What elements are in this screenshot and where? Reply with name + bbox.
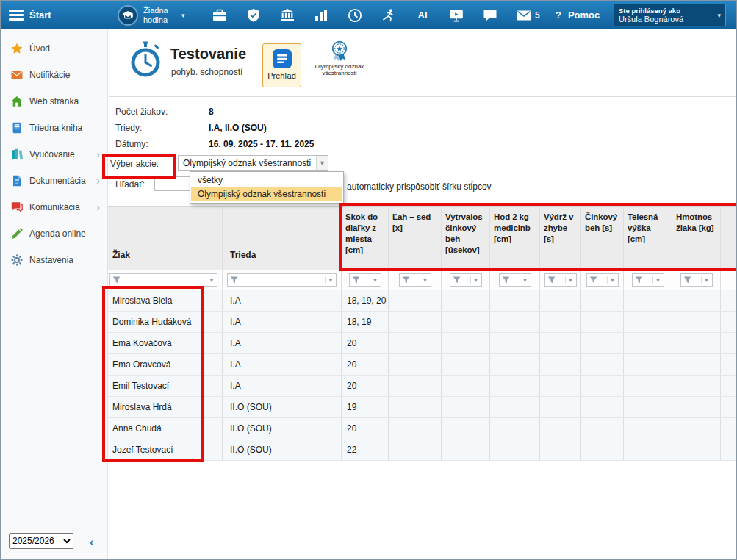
filter-dropdown-vydrz-v-zhybe-s-[interactable]: ▼ — [544, 273, 577, 287]
filter-dropdown-telesna-vyska-cm-[interactable]: ▼ — [632, 273, 664, 287]
sidebar-item-dokumentacia[interactable]: Dokumentácia› — [1, 168, 107, 194]
briefcase-icon[interactable] — [212, 8, 227, 23]
chevron-right-icon: › — [96, 148, 100, 160]
chevron-down-icon: ▼ — [470, 276, 479, 284]
filter-dropdown-clnkovy-beh-s-[interactable]: ▼ — [586, 273, 619, 287]
monitor-icon[interactable] — [449, 8, 464, 23]
shield-icon[interactable] — [246, 8, 261, 23]
classes-label: Triedy: — [115, 123, 142, 133]
bar-chart-icon[interactable] — [314, 8, 328, 23]
tab-olympic-badge[interactable]: Olympijský odznak všestrannosti — [312, 40, 367, 89]
sidebar-item-nastavenia[interactable]: Nastavenia — [1, 247, 107, 273]
cell-class: I.A — [223, 333, 342, 354]
filter-funnel-icon — [402, 276, 410, 284]
cell-class: II.O (SOU) — [223, 418, 342, 439]
column-header-trieda[interactable]: Trieda — [223, 207, 342, 270]
cell-value — [581, 312, 624, 333]
logged-in-label: Ste prihlásený ako — [619, 7, 714, 15]
bank-icon[interactable] — [280, 8, 295, 23]
sidebar-item-label: Agenda online — [29, 229, 86, 239]
action-menu-item[interactable]: Olympijský odznak všestrannosti — [191, 187, 342, 201]
user-menu[interactable]: Ste prihlásený ako Uršula Bognárová ▾ — [614, 4, 726, 26]
filter-dropdown-skok-do-dialky-z-miesta-cm-[interactable]: ▼ — [349, 273, 381, 287]
autofit-columns-label[interactable]: automaticky prispôsobiť šírku stĺpcov — [347, 182, 492, 192]
filter-funnel-icon — [502, 276, 510, 284]
clock-icon[interactable] — [348, 8, 362, 23]
mail-badge: 5 — [535, 10, 540, 21]
table-row[interactable]: Ema OravcováI.A20 — [105, 354, 737, 376]
column-header-ziak[interactable]: Žiak — [105, 207, 223, 270]
filter-dropdown-hod-2-kg-medicinb-cm-[interactable]: ▼ — [499, 273, 531, 287]
filter-dropdown-lah-sed-x-[interactable]: ▼ — [399, 273, 431, 287]
column-header-lah-sed-x-[interactable]: Ľah – sed [x] — [389, 207, 442, 270]
stopwatch-icon — [128, 41, 163, 79]
sidebar-item-agenda-online[interactable]: Agenda online — [1, 220, 107, 247]
app-window: Štart Žiadna hodina ▾ AI 5 ? Pom — [0, 0, 737, 560]
action-menu: všetkyOlympijský odznak všestrannosti — [190, 171, 344, 204]
cell-student-name: Miroslava Biela — [105, 290, 223, 312]
table-row[interactable]: Anna ChudáII.O (SOU)20 — [105, 418, 737, 439]
start-button[interactable]: Štart — [29, 10, 51, 21]
cell-value — [389, 439, 442, 461]
table-row[interactable]: Miroslava HrdáII.O (SOU)19 — [105, 397, 737, 418]
sidebar-item-notifikacie[interactable]: Notifikácie — [1, 62, 107, 88]
cell-value — [490, 376, 540, 397]
page-title: Testovanie — [170, 46, 246, 62]
table-row[interactable]: Emil TestovacíI.A20 — [105, 376, 737, 397]
ai-button[interactable]: AI — [415, 8, 430, 23]
sidebar-item-vyucovanie[interactable]: Vyučovanie› — [1, 141, 107, 168]
runner-icon[interactable] — [381, 8, 396, 23]
filter-funnel-icon — [230, 276, 238, 284]
cell-student-name: Miroslava Hrdá — [105, 397, 223, 418]
sidebar-item-uvod[interactable]: Úvod — [1, 35, 107, 62]
filter-dropdown-trieda[interactable]: ▼ — [227, 273, 337, 287]
hamburger-menu-icon[interactable] — [9, 10, 24, 23]
mail-icon[interactable]: 5 — [517, 8, 540, 23]
filter-dropdown-hmotnos-ziaka-kg-[interactable]: ▼ — [680, 273, 713, 287]
dates-value: 16. 09. 2025 - 17. 11. 2025 — [209, 139, 314, 149]
cell-value — [581, 354, 624, 376]
column-header-skok-do-dialky-z-miesta-cm-[interactable]: Skok do diaľky z miesta [cm] — [342, 207, 389, 270]
cell-value — [490, 333, 540, 354]
sidebar-item-web-stranka[interactable]: Web stránka — [1, 88, 107, 115]
cell-value — [624, 439, 672, 461]
sidebar-item-label: Web stránka — [29, 96, 79, 107]
cell-value — [581, 439, 624, 461]
sidebar-item-komunikacia[interactable]: Komunikácia› — [1, 194, 107, 220]
tab-prehlad[interactable]: Prehľad — [262, 43, 301, 87]
column-header-hmotnos-ziaka-kg-[interactable]: Hmotnos žiaka [kg] — [672, 207, 721, 270]
question-mark-icon[interactable]: ? — [556, 10, 561, 21]
help-button[interactable]: Pomoc — [568, 10, 600, 21]
chevron-down-icon: ▼ — [701, 276, 710, 284]
chat-bubble-icon[interactable] — [483, 8, 497, 23]
action-menu-item[interactable]: všetky — [191, 173, 342, 187]
pen-icon — [11, 228, 23, 240]
cell-value — [490, 397, 540, 418]
filter-dropdown-ziak[interactable]: ▼ — [109, 273, 217, 287]
column-header-vytrvalos-clnkovy-beh-usekov-[interactable]: Vytrvalos člnkový beh [úsekov] — [442, 207, 490, 270]
search-label: Hľadať: — [115, 179, 145, 190]
column-header-vydrz-v-zhybe-s-[interactable]: Výdrž v zhybe [s] — [540, 207, 581, 270]
year-select[interactable]: 2025/2026 — [9, 533, 73, 549]
column-header-clnkovy-beh-s-[interactable]: Člnkový beh [s] — [581, 207, 624, 270]
filter-funnel-icon — [112, 276, 121, 284]
table-row[interactable]: Ema KováčováI.A20 — [105, 333, 737, 354]
page-header: Testovanie pohyb. schopností Prehľad Oly… — [109, 29, 736, 97]
table-row[interactable]: Jozef TestovacíII.O (SOU)22 — [105, 439, 737, 461]
filter-dropdown-vytrvalos-clnkovy-beh-usekov-[interactable]: ▼ — [450, 273, 482, 287]
column-header-telesna-vyska-cm-[interactable]: Telesná výška [cm] — [624, 207, 672, 270]
tab-olympic-badge-label: Olympijský odznak všestrannosti — [312, 63, 367, 76]
column-header-hod-2-kg-medicinb-cm-[interactable]: Hod 2 kg medicinb [cm] — [490, 207, 540, 270]
action-select[interactable]: Olympijský odznak všestrannosti ▼ — [178, 155, 328, 171]
lesson-status[interactable]: Žiadna hodina ▾ — [118, 4, 185, 27]
sidebar-item-label: Vyučovanie — [29, 149, 75, 159]
sidebar-item-triedna-kniha[interactable]: Triedna kniha — [1, 115, 107, 141]
cell-value — [540, 418, 581, 439]
students-count-label: Počet žiakov: — [115, 107, 168, 117]
collapse-sidebar-button[interactable]: ‹ — [90, 535, 94, 550]
table-row[interactable]: Dominika HudákováI.A18, 19 — [105, 312, 737, 333]
table-row[interactable]: Miroslava BielaI.A18, 19, 20 — [105, 290, 737, 312]
chat-icon — [11, 201, 23, 213]
chevron-down-icon: ▼ — [420, 276, 428, 284]
cell-value — [490, 312, 540, 333]
